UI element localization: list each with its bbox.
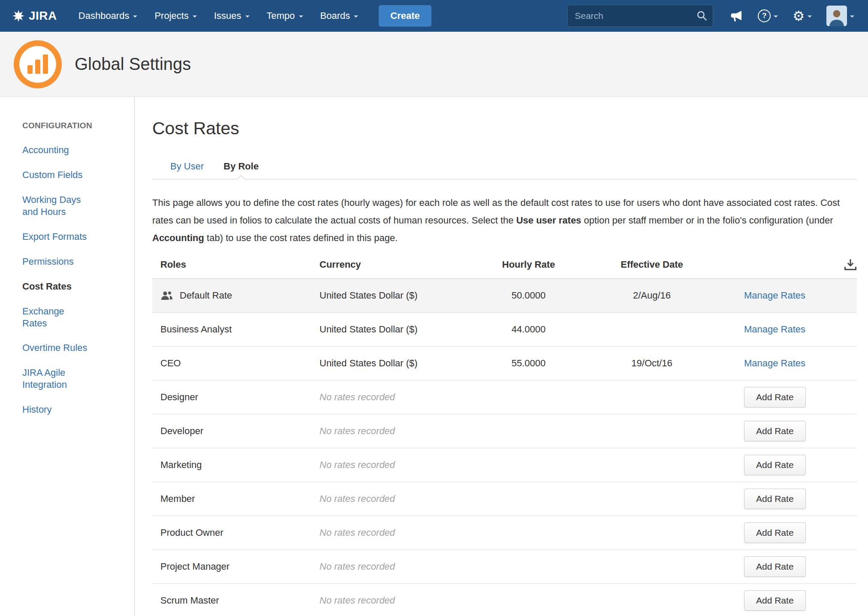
column-header-currency: Currency <box>319 259 472 270</box>
nav-item-label: Dashboards <box>78 10 130 21</box>
megaphone-icon <box>730 10 743 22</box>
search-input[interactable] <box>567 5 713 27</box>
action-cell: Add Rate <box>718 387 857 408</box>
role-cell: Business Analyst <box>152 324 319 335</box>
no-rates-text: No rates recorded <box>319 459 395 470</box>
add-rate-button[interactable]: Add Rate <box>744 556 806 577</box>
sidebar-item-exchange-rates[interactable]: Exchange Rates <box>22 306 64 329</box>
create-button[interactable]: Create <box>379 5 431 27</box>
table-header-row: Roles Currency Hourly Rate Effective Dat… <box>152 259 857 279</box>
add-rate-button[interactable]: Add Rate <box>744 421 806 441</box>
tab-by-user[interactable]: By User <box>169 155 205 179</box>
chevron-down-icon <box>850 15 854 18</box>
role-cell: Developer <box>152 426 319 437</box>
role-cell: Project Manager <box>152 561 319 572</box>
nav-item-projects[interactable]: Projects <box>146 0 205 32</box>
manage-rates-link[interactable]: Manage Rates <box>744 290 805 301</box>
sidebar-item-history[interactable]: History <box>22 404 51 415</box>
action-cell: Add Rate <box>718 421 857 441</box>
hourly-rate-cell: 55.0000 <box>472 358 585 369</box>
role-cell: Marketing <box>152 459 319 471</box>
chevron-down-icon <box>245 15 250 18</box>
chevron-down-icon <box>193 15 197 18</box>
currency-cell: No rates recorded <box>319 527 472 538</box>
announcements-button[interactable] <box>730 10 743 22</box>
user-profile-button[interactable] <box>826 6 854 26</box>
tempo-logo-icon <box>14 40 62 88</box>
gear-icon: ⚙ <box>793 9 805 23</box>
role-name: Product Owner <box>160 527 223 538</box>
group-icon <box>160 290 173 301</box>
table-row: MemberNo rates recordedAdd Rate <box>152 482 857 516</box>
manage-rates-link[interactable]: Manage Rates <box>744 324 805 335</box>
sidebar: CONFIGURATION AccountingCustom FieldsWor… <box>0 97 135 616</box>
table-row: DeveloperNo rates recordedAdd Rate <box>152 414 857 448</box>
role-cell: Default Rate <box>152 290 319 301</box>
chevron-down-icon <box>133 15 137 18</box>
page-body: CONFIGURATION AccountingCustom FieldsWor… <box>0 97 868 616</box>
role-name: CEO <box>160 358 181 369</box>
search-box <box>567 5 713 27</box>
admin-settings-button[interactable]: ⚙ <box>793 9 812 23</box>
nav-item-label: Tempo <box>267 10 295 21</box>
sidebar-item-export-formats[interactable]: Export Formats <box>22 231 87 242</box>
nav-item-issues[interactable]: Issues <box>205 0 258 32</box>
sidebar-item-custom-fields[interactable]: Custom Fields <box>22 169 83 180</box>
currency-cell: No rates recorded <box>319 493 472 504</box>
navbar-icons: ? ⚙ <box>730 6 854 26</box>
add-rate-button[interactable]: Add Rate <box>744 590 806 611</box>
column-header-effective-date: Effective Date <box>585 259 718 270</box>
action-cell: Manage Rates <box>718 290 857 301</box>
main-content: Cost Rates By UserBy Role This page allo… <box>135 97 868 616</box>
role-name: Marketing <box>160 459 202 471</box>
sidebar-row: Accounting <box>22 144 123 156</box>
sidebar-nav: AccountingCustom FieldsWorking Days and … <box>22 144 123 416</box>
sidebar-item-working-days-and-hours[interactable]: Working Days and Hours <box>22 194 81 217</box>
effective-date-cell: 2/Aug/16 <box>585 290 718 301</box>
table-row: MarketingNo rates recordedAdd Rate <box>152 448 857 482</box>
page-title: Global Settings <box>75 54 191 74</box>
no-rates-text: No rates recorded <box>319 426 395 436</box>
add-rate-button[interactable]: Add Rate <box>744 387 806 408</box>
add-rate-button[interactable]: Add Rate <box>744 489 806 509</box>
export-button[interactable] <box>844 259 857 271</box>
no-rates-text: No rates recorded <box>319 595 395 606</box>
sidebar-item-cost-rates[interactable]: Cost Rates <box>22 281 72 292</box>
hourly-rate-cell: 50.0000 <box>472 290 585 301</box>
page-header: Global Settings <box>0 32 868 97</box>
nav-item-boards[interactable]: Boards <box>312 0 367 32</box>
sidebar-heading: CONFIGURATION <box>22 121 123 130</box>
search-icon[interactable] <box>696 10 708 21</box>
add-rate-button[interactable]: Add Rate <box>744 455 806 475</box>
help-menu-button[interactable]: ? <box>758 9 778 22</box>
jira-home-link[interactable]: JIRA <box>12 9 57 23</box>
nav-item-label: Issues <box>214 10 241 21</box>
table-body: Default RateUnited States Dollar ($)50.0… <box>152 279 857 616</box>
description-text: Accounting <box>152 233 204 243</box>
sidebar-row: Exchange Rates <box>22 305 123 329</box>
sidebar-item-accounting[interactable]: Accounting <box>22 145 69 155</box>
download-icon <box>844 259 857 271</box>
sidebar-item-overtime-rules[interactable]: Overtime Rules <box>22 342 87 353</box>
tab-bar: By UserBy Role <box>152 155 857 179</box>
nav-item-tempo[interactable]: Tempo <box>258 0 312 32</box>
sidebar-item-jira-agile-integration[interactable]: JIRA Agile Integration <box>22 367 67 390</box>
currency-cell: No rates recorded <box>319 459 472 471</box>
currency-cell: United States Dollar ($) <box>319 324 472 335</box>
add-rate-button[interactable]: Add Rate <box>744 522 806 543</box>
sidebar-item-permissions[interactable]: Permissions <box>22 256 74 267</box>
user-avatar <box>826 6 847 26</box>
role-cell: Product Owner <box>152 527 319 538</box>
role-name: Member <box>160 493 195 504</box>
nav-item-label: Projects <box>154 10 188 21</box>
tempo-bar-chart-icon <box>19 46 56 83</box>
sidebar-row: Working Days and Hours <box>22 194 123 218</box>
tab-by-role[interactable]: By Role <box>223 155 259 179</box>
sidebar-row: JIRA Agile Integration <box>22 367 123 391</box>
manage-rates-link[interactable]: Manage Rates <box>744 358 805 369</box>
avatar-image <box>826 6 847 26</box>
nav-item-dashboards[interactable]: Dashboards <box>70 0 146 32</box>
group-icon <box>160 290 173 301</box>
sidebar-row: Overtime Rules <box>22 342 123 354</box>
chevron-down-icon <box>299 15 303 18</box>
